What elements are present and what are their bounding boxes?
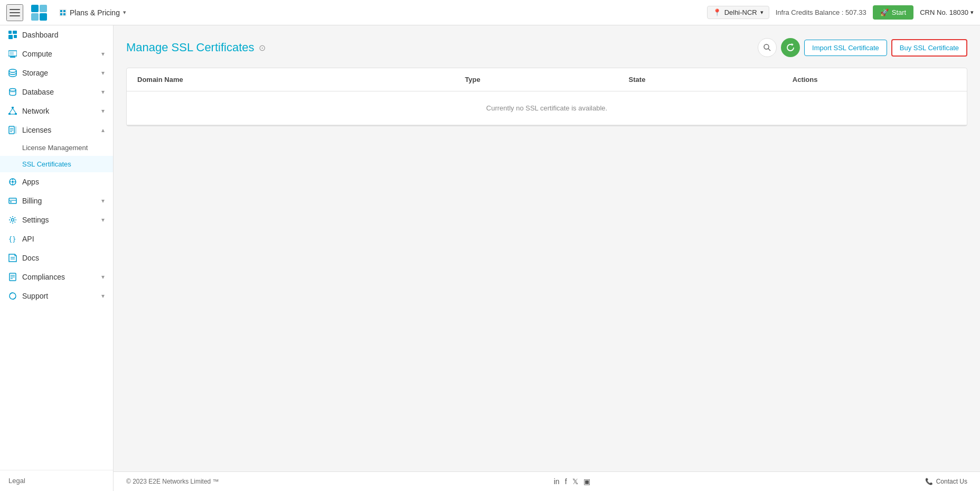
sidebar-label-licenses: Licenses [22, 126, 51, 134]
crn-info[interactable]: CRN No. 18030 ▾ [920, 8, 974, 16]
sidebar-item-network[interactable]: Network ▾ [0, 101, 113, 121]
svg-rect-39 [9, 198, 16, 203]
table-empty-message: Currently no SSL certificate is availabl… [127, 91, 967, 125]
plans-pricing-label: Plans & Pricing [70, 8, 120, 17]
logo [30, 3, 49, 22]
svg-text:{}: {} [8, 236, 16, 243]
start-button[interactable]: 🚀 Start [873, 5, 913, 20]
network-icon [8, 107, 17, 115]
svg-rect-18 [10, 57, 15, 58]
sidebar-item-database[interactable]: Database ▾ [0, 82, 113, 101]
help-icon[interactable]: ⊙ [259, 43, 266, 53]
sidebar-sub-ssl-certificates[interactable]: SSL Certificates [0, 156, 113, 172]
svg-line-52 [768, 49, 770, 51]
footer-contact[interactable]: 📞 Contact Us [925, 478, 967, 485]
linkedin-icon[interactable]: in [554, 477, 560, 486]
col-state: State [629, 76, 793, 84]
svg-rect-0 [10, 9, 20, 10]
table-header: Domain Name Type State Actions [127, 68, 967, 91]
footer-social: in f 𝕏 ▣ [554, 477, 590, 486]
sidebar-label-compliances: Compliances [22, 273, 65, 281]
licenses-chevron: ▴ [101, 126, 105, 134]
plans-pricing-chevron: ▾ [123, 9, 126, 16]
svg-rect-12 [8, 31, 12, 34]
crn-label: CRN No. 18030 [920, 8, 968, 16]
svg-rect-24 [15, 113, 17, 115]
sidebar-item-storage[interactable]: Storage ▾ [0, 63, 113, 82]
search-button[interactable] [758, 38, 777, 57]
sidebar-label-apps: Apps [22, 178, 39, 186]
content-area: Manage SSL Certificates ⊙ Import SSL Cer… [114, 25, 980, 471]
page-header: Manage SSL Certificates ⊙ Import SSL Cer… [126, 38, 967, 57]
sidebar-item-compliances[interactable]: Compliances ▾ [0, 267, 113, 286]
import-ssl-button[interactable]: Import SSL Certificate [804, 40, 887, 56]
sidebar-item-docs[interactable]: Docs [0, 248, 113, 267]
sidebar-item-billing[interactable]: Billing ▾ [0, 191, 113, 210]
svg-point-42 [12, 219, 14, 221]
main-layout: Dashboard Compute ▾ Storage ▾ Database ▾ [0, 25, 980, 491]
support-icon [8, 292, 17, 300]
sidebar-item-licenses[interactable]: Licenses ▴ [0, 121, 113, 140]
ssl-certificates-label: SSL Certificates [22, 160, 71, 168]
col-type: Type [465, 76, 628, 84]
plans-pricing-button[interactable]: Plans & Pricing ▾ [55, 6, 130, 19]
sidebar-label-billing: Billing [22, 197, 42, 205]
compliances-icon [8, 273, 17, 281]
page-footer: © 2023 E2E Networks Limited ™ in f 𝕏 ▣ 📞… [114, 471, 980, 491]
billing-chevron: ▾ [101, 197, 105, 205]
sidebar-footer-legal[interactable]: Legal [0, 470, 113, 491]
svg-point-19 [9, 69, 16, 72]
sidebar-label-docs: Docs [22, 254, 39, 262]
buy-ssl-button[interactable]: Buy SSL Certificate [891, 39, 967, 57]
footer-copyright: © 2023 E2E Networks Limited ™ [126, 478, 219, 485]
sidebar: Dashboard Compute ▾ Storage ▾ Database ▾ [0, 25, 114, 491]
svg-rect-13 [13, 31, 17, 34]
storage-chevron: ▾ [101, 69, 105, 77]
sidebar-item-dashboard[interactable]: Dashboard [0, 25, 113, 44]
settings-chevron: ▾ [101, 216, 105, 224]
license-management-label: License Management [22, 144, 88, 152]
svg-point-20 [10, 89, 16, 91]
sidebar-item-support[interactable]: Support ▾ [0, 286, 113, 305]
licenses-icon [8, 126, 17, 134]
svg-rect-1 [10, 12, 20, 13]
billing-icon [8, 197, 17, 205]
sidebar-label-storage: Storage [22, 69, 48, 77]
crn-chevron: ▾ [970, 9, 974, 16]
svg-line-26 [13, 108, 16, 113]
start-icon: 🚀 [880, 8, 889, 16]
sidebar-item-settings[interactable]: Settings ▾ [0, 210, 113, 229]
sidebar-item-api[interactable]: {} API [0, 229, 113, 248]
svg-rect-15 [14, 35, 17, 38]
top-header: Plans & Pricing ▾ 📍 Delhi-NCR ▾ Infra Cr… [0, 0, 980, 25]
facebook-icon[interactable]: f [565, 477, 567, 486]
apps-icon [8, 178, 17, 186]
svg-rect-14 [8, 35, 13, 39]
location-button[interactable]: 📍 Delhi-NCR ▾ [707, 6, 769, 19]
svg-rect-11 [63, 13, 65, 15]
refresh-button[interactable] [781, 38, 800, 57]
svg-rect-23 [8, 113, 11, 115]
table-bottom-divider [127, 125, 967, 126]
svg-rect-4 [40, 5, 47, 12]
hamburger-button[interactable] [6, 4, 23, 21]
svg-rect-17 [10, 52, 14, 55]
docs-icon [8, 254, 17, 262]
compliances-chevron: ▾ [101, 273, 105, 281]
rss-icon[interactable]: ▣ [583, 477, 590, 486]
svg-rect-22 [12, 107, 14, 108]
sidebar-item-apps[interactable]: Apps [0, 172, 113, 191]
sidebar-label-api: API [22, 235, 34, 243]
phone-icon: 📞 [925, 478, 933, 485]
svg-rect-41 [10, 201, 12, 202]
sidebar-sub-license-management[interactable]: License Management [0, 140, 113, 156]
page-title: Manage SSL Certificates [126, 41, 255, 54]
sidebar-label-support: Support [22, 292, 48, 300]
header-right: 📍 Delhi-NCR ▾ Infra Credits Balance : 50… [707, 5, 974, 20]
twitter-icon[interactable]: 𝕏 [572, 477, 578, 486]
svg-rect-29 [15, 126, 16, 134]
support-chevron: ▾ [101, 292, 105, 300]
sidebar-item-compute[interactable]: Compute ▾ [0, 44, 113, 63]
header-actions: Import SSL Certificate Buy SSL Certifica… [758, 38, 967, 57]
location-label: Delhi-NCR [724, 8, 757, 16]
